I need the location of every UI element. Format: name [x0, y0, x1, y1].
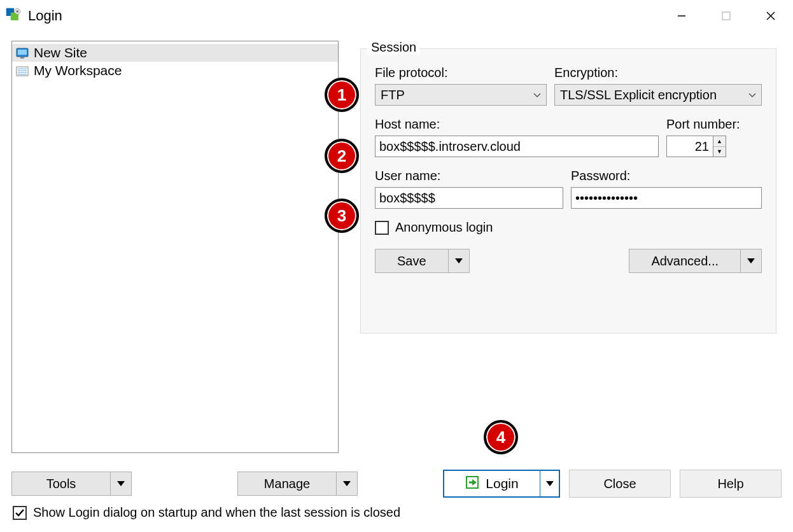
checkbox-icon: [13, 506, 27, 520]
site-item-my-workspace[interactable]: My Workspace: [12, 62, 338, 80]
close-dialog-button[interactable]: Close: [569, 470, 671, 498]
advanced-button[interactable]: Advanced...: [629, 249, 762, 273]
folder-list-icon: [16, 65, 29, 76]
manage-button[interactable]: Manage: [237, 472, 358, 496]
login-dropdown-icon[interactable]: [540, 471, 559, 496]
title-bar: Login: [0, 0, 793, 32]
port-number-input[interactable]: 21: [666, 136, 713, 157]
file-protocol-value: FTP: [381, 88, 405, 102]
annotation-badge-1: 1: [325, 78, 359, 112]
svg-marker-18: [117, 481, 125, 486]
window-controls: [659, 0, 793, 32]
port-number-stepper[interactable]: ▲ ▼: [713, 136, 726, 157]
help-button[interactable]: Help: [680, 470, 782, 498]
step-up-icon[interactable]: ▲: [713, 136, 726, 147]
file-protocol-select[interactable]: FTP: [375, 84, 547, 106]
user-name-label: User name:: [375, 169, 563, 183]
site-item-label: New Site: [34, 45, 87, 60]
minimize-button[interactable]: [659, 0, 704, 32]
anonymous-login-checkbox[interactable]: Anonymous login: [375, 220, 762, 235]
host-name-input[interactable]: box$$$$$.introserv.cloud: [375, 136, 659, 157]
svg-marker-17: [747, 258, 755, 263]
annotation-badge-4: 4: [484, 420, 518, 454]
svg-marker-22: [546, 481, 554, 486]
svg-marker-16: [455, 258, 463, 263]
window-title: Login: [28, 8, 62, 24]
host-name-label: Host name:: [375, 117, 659, 132]
login-icon: [465, 475, 479, 493]
site-item-label: My Workspace: [34, 63, 122, 78]
anonymous-login-label: Anonymous login: [395, 220, 493, 235]
svg-rect-5: [722, 12, 730, 20]
step-down-icon[interactable]: ▼: [713, 147, 726, 157]
annotation-badge-3: 3: [325, 199, 359, 233]
site-item-new-site[interactable]: New Site: [12, 44, 338, 62]
encryption-label: Encryption:: [554, 66, 762, 80]
port-number-label: Port number:: [666, 117, 762, 132]
svg-marker-19: [343, 481, 351, 486]
encryption-value: TLS/SSL Explicit encryption: [560, 88, 717, 102]
advanced-dropdown-icon[interactable]: [740, 249, 762, 273]
svg-rect-3: [17, 10, 19, 13]
checkbox-icon: [375, 221, 389, 235]
svg-marker-21: [472, 479, 477, 486]
user-name-input[interactable]: box$$$$$: [375, 187, 563, 209]
annotation-badge-2: 2: [325, 139, 359, 173]
session-legend: Session: [367, 40, 420, 55]
encryption-select[interactable]: TLS/SSL Explicit encryption: [554, 84, 762, 106]
session-panel: Session File protocol: FTP Encryption: T: [360, 48, 776, 333]
tools-button[interactable]: Tools: [11, 472, 132, 496]
login-button[interactable]: Login: [443, 470, 560, 498]
close-button[interactable]: [748, 0, 793, 32]
show-login-on-startup-label: Show Login dialog on startup and when th…: [33, 505, 400, 520]
password-input[interactable]: ••••••••••••••: [571, 187, 762, 209]
tools-dropdown-icon[interactable]: [110, 472, 132, 496]
svg-rect-10: [20, 57, 24, 59]
show-login-on-startup-checkbox[interactable]: Show Login dialog on startup and when th…: [13, 505, 400, 520]
app-icon: [5, 7, 23, 25]
chevron-down-icon: [748, 90, 756, 100]
file-protocol-label: File protocol:: [375, 66, 547, 80]
sites-list[interactable]: New Site My Workspace: [11, 41, 339, 453]
monitor-icon: [16, 47, 29, 59]
svg-rect-9: [18, 50, 27, 55]
save-button[interactable]: Save: [375, 249, 470, 273]
chevron-down-icon: [533, 90, 541, 100]
maximize-button[interactable]: [704, 0, 748, 32]
save-dropdown-icon[interactable]: [448, 249, 470, 273]
password-label: Password:: [571, 169, 762, 183]
manage-dropdown-icon[interactable]: [336, 472, 358, 496]
